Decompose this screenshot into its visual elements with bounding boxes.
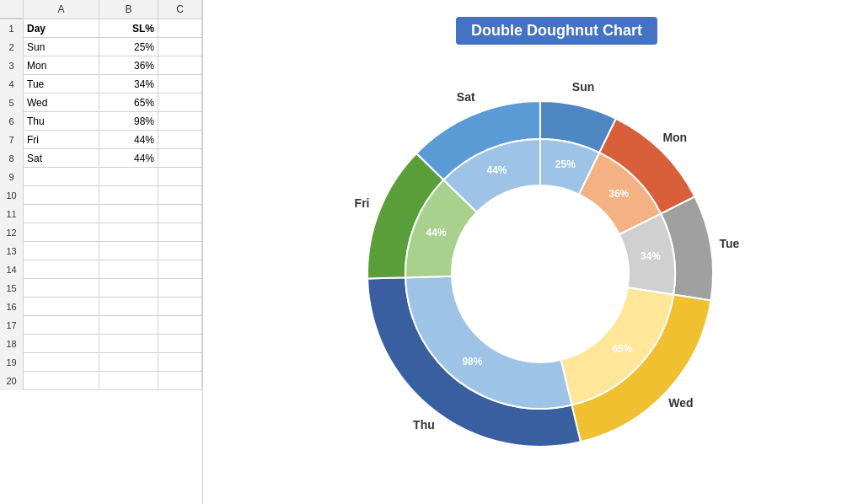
row-number: 4 <box>0 75 24 94</box>
cell-b1[interactable]: SL% <box>99 19 158 37</box>
table-row: 6 Thu 98% <box>0 112 202 131</box>
table-row: 11 <box>0 205 202 223</box>
table-row: 10 <box>0 186 202 205</box>
table-row: 14 <box>0 260 202 279</box>
table-row: 19 <box>0 353 202 372</box>
corner-cell <box>0 0 24 19</box>
donut-chart-container <box>254 51 827 480</box>
cell-b2[interactable]: 25% <box>99 38 158 56</box>
row-number: 17 <box>0 316 24 335</box>
cell-b3[interactable]: 36% <box>99 56 158 74</box>
cell-a3[interactable]: Mon <box>24 56 99 74</box>
row-number: 13 <box>0 242 24 260</box>
cell-c4[interactable] <box>158 75 202 93</box>
table-row: 9 <box>0 168 202 186</box>
cell-a8[interactable]: Sat <box>24 149 99 167</box>
chart-area: Double Doughnut Chart <box>202 0 863 504</box>
table-row: 15 <box>0 279 202 298</box>
chart-title: Double Doughnut Chart <box>456 17 657 45</box>
row-number: 14 <box>0 260 24 279</box>
table-row: 2 Sun 25% <box>0 38 202 56</box>
cell-a4[interactable]: Tue <box>24 75 99 93</box>
row-number: 16 <box>0 298 24 316</box>
col-c-header: C <box>158 0 202 19</box>
row-number: 3 <box>0 56 24 75</box>
row-number: 19 <box>0 353 24 372</box>
table-row: 7 Fri 44% <box>0 131 202 149</box>
cell-a6[interactable]: Thu <box>24 112 99 130</box>
row-number: 6 <box>0 112 24 131</box>
spreadsheet: A B C 1 Day SL% 2 Sun 25% 3 Mon 36% 4 Tu <box>0 0 202 504</box>
cell-b8[interactable]: 44% <box>99 149 158 167</box>
row-number: 2 <box>0 38 24 56</box>
table-row: 18 <box>0 335 202 353</box>
cell-c1[interactable] <box>158 19 202 37</box>
cell-b7[interactable]: 44% <box>99 131 158 148</box>
row-number: 8 <box>0 149 24 168</box>
cell-a1[interactable]: Day <box>24 19 99 37</box>
cell-a2[interactable]: Sun <box>24 38 99 56</box>
cell-c7[interactable] <box>158 131 202 148</box>
row-number: 1 <box>0 19 24 38</box>
cell-c8[interactable] <box>158 149 202 167</box>
col-b-header: B <box>99 0 158 19</box>
row-number: 5 <box>0 94 24 112</box>
row-number: 9 <box>0 168 24 186</box>
row-number: 18 <box>0 335 24 353</box>
row-number: 10 <box>0 186 24 205</box>
row-number: 7 <box>0 131 24 149</box>
row-number: 15 <box>0 279 24 298</box>
cell-b6[interactable]: 98% <box>99 112 158 130</box>
table-row: 4 Tue 34% <box>0 75 202 94</box>
table-row: 1 Day SL% <box>0 19 202 38</box>
spreadsheet-body: 1 Day SL% 2 Sun 25% 3 Mon 36% 4 Tue 34% <box>0 19 202 390</box>
cell-b5[interactable]: 65% <box>99 94 158 111</box>
table-row: 20 <box>0 372 202 390</box>
row-number: 11 <box>0 205 24 223</box>
table-row: 5 Wed 65% <box>0 94 202 112</box>
cell-c3[interactable] <box>158 56 202 74</box>
column-headers: A B C <box>0 0 202 19</box>
cell-b4[interactable]: 34% <box>99 75 158 93</box>
donut-canvas <box>330 72 751 459</box>
cell-c5[interactable] <box>158 94 202 111</box>
table-row: 16 <box>0 298 202 316</box>
table-row: 13 <box>0 242 202 260</box>
col-a-header: A <box>24 0 99 19</box>
cell-a7[interactable]: Fri <box>24 131 99 148</box>
row-number: 20 <box>0 372 24 390</box>
cell-a5[interactable]: Wed <box>24 94 99 111</box>
cell-c6[interactable] <box>158 112 202 130</box>
table-row: 12 <box>0 223 202 242</box>
cell-c2[interactable] <box>158 38 202 56</box>
row-number: 12 <box>0 223 24 242</box>
table-row: 3 Mon 36% <box>0 56 202 75</box>
table-row: 8 Sat 44% <box>0 149 202 168</box>
table-row: 17 <box>0 316 202 335</box>
